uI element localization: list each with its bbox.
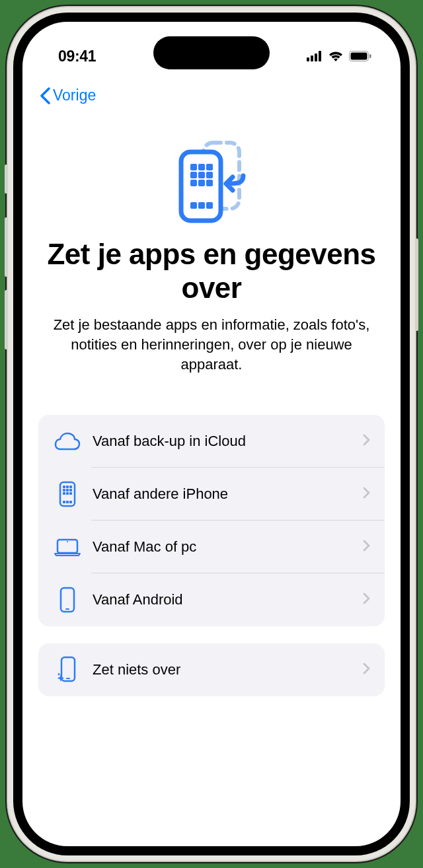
power-button [415, 238, 418, 331]
svg-rect-37 [65, 608, 69, 610]
dynamic-island [153, 36, 270, 69]
chevron-right-icon [363, 487, 370, 501]
svg-rect-28 [63, 492, 65, 495]
svg-rect-18 [190, 202, 197, 209]
iphone-apps-icon [52, 481, 83, 507]
svg-rect-39 [66, 678, 70, 679]
option-label: Vanaf andere iPhone [93, 486, 363, 503]
options-container: Vanaf back-up in iCloud Vanaf andere iPh… [22, 374, 401, 696]
svg-rect-33 [69, 501, 72, 503]
phone-frame: 09:41 Vorige [7, 6, 416, 862]
option-label: Vanaf Android [93, 591, 363, 608]
secondary-options-group: Zet niets over [38, 643, 385, 696]
svg-rect-27 [69, 489, 72, 491]
back-label: Vorige [53, 87, 96, 104]
cellular-icon [307, 48, 323, 65]
wifi-icon [328, 48, 344, 65]
svg-rect-16 [198, 180, 205, 186]
svg-point-35 [67, 541, 68, 542]
svg-rect-30 [69, 492, 72, 495]
svg-rect-32 [66, 501, 69, 503]
chevron-right-icon [363, 434, 370, 449]
option-from-mac-or-pc[interactable]: Vanaf Mac of pc [38, 521, 385, 573]
page-subtitle: Zet je bestaande apps en informatie, zoa… [44, 315, 379, 374]
svg-rect-19 [198, 202, 205, 209]
svg-rect-20 [206, 202, 213, 209]
svg-rect-14 [206, 172, 213, 178]
status-time: 09:41 [58, 48, 96, 65]
option-label: Vanaf back-up in iCloud [93, 433, 363, 450]
svg-rect-11 [206, 164, 213, 170]
svg-rect-0 [307, 57, 309, 61]
volume-up-button [5, 217, 8, 277]
svg-rect-5 [351, 52, 367, 59]
svg-rect-6 [369, 54, 371, 58]
transfer-hero-icon [44, 140, 379, 223]
chevron-right-icon [363, 593, 370, 607]
battery-icon [349, 48, 371, 65]
mute-switch [5, 164, 8, 194]
svg-rect-13 [198, 172, 205, 178]
svg-rect-2 [315, 54, 317, 61]
nav-bar: Vorige [22, 73, 401, 108]
option-from-icloud-backup[interactable]: Vanaf back-up in iCloud [38, 415, 385, 468]
svg-rect-3 [319, 51, 321, 61]
svg-rect-25 [63, 489, 65, 491]
chevron-right-icon [363, 663, 370, 677]
back-button[interactable]: Vorige [40, 87, 96, 104]
svg-rect-31 [63, 501, 65, 503]
svg-rect-24 [69, 486, 72, 488]
laptop-icon [52, 538, 83, 556]
option-label: Zet niets over [93, 661, 363, 678]
phone-sparkle-icon [52, 656, 83, 684]
svg-rect-22 [63, 486, 65, 488]
volume-down-button [5, 290, 8, 349]
svg-rect-36 [61, 588, 74, 612]
svg-rect-1 [311, 55, 313, 61]
option-label: Vanaf Mac of pc [93, 538, 363, 556]
svg-rect-38 [61, 657, 75, 681]
phone-outline-icon [52, 587, 83, 613]
svg-rect-12 [190, 172, 197, 178]
chevron-left-icon [40, 87, 50, 104]
option-from-android[interactable]: Vanaf Android [38, 573, 385, 626]
svg-rect-23 [66, 486, 69, 488]
transfer-options-group: Vanaf back-up in iCloud Vanaf andere iPh… [38, 415, 385, 626]
svg-rect-10 [198, 164, 205, 170]
page-title: Zet je apps en gegevens over [44, 238, 379, 305]
svg-rect-15 [190, 180, 197, 186]
option-from-another-iphone[interactable]: Vanaf andere iPhone [38, 468, 385, 521]
svg-rect-9 [190, 164, 197, 170]
chevron-right-icon [363, 540, 370, 554]
cloud-icon [52, 432, 83, 451]
screen: 09:41 Vorige [22, 22, 401, 846]
content: Zet je apps en gegevens over Zet je best… [22, 108, 401, 374]
option-transfer-nothing[interactable]: Zet niets over [38, 643, 385, 696]
svg-rect-26 [66, 489, 69, 491]
svg-rect-29 [66, 492, 69, 495]
svg-rect-17 [206, 180, 213, 186]
